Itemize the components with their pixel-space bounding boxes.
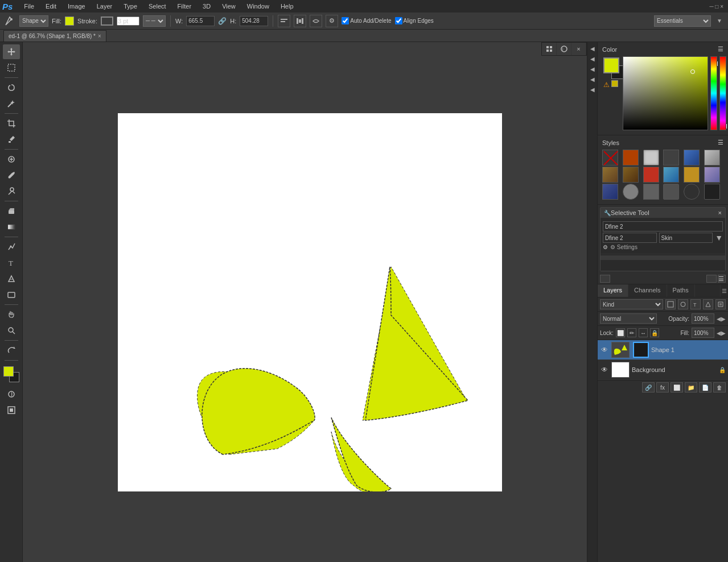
menu-type[interactable]: Type [121,3,139,10]
panel-close-btn[interactable]: × [571,43,586,55]
move-tool[interactable] [3,44,20,59]
lock-pixels-btn[interactable]: ⬜ [616,328,625,337]
menu-view[interactable]: View [220,3,238,10]
mini-btn-2[interactable]: i [557,43,571,55]
eraser-tool[interactable] [3,204,20,218]
fill-input[interactable] [692,328,714,338]
layers-link-btn[interactable]: 🔗 [642,382,655,392]
layer-mask-thumb-shape1[interactable] [633,342,649,358]
screen-mode-btn[interactable] [3,403,20,418]
style-swatch-3[interactable] [663,150,679,166]
layers-delete-btn[interactable]: 🗑 [713,382,726,392]
style-swatch-4[interactable] [684,150,700,166]
menu-edit[interactable]: Edit [43,3,59,10]
style-swatch-2[interactable] [643,150,659,166]
menu-select[interactable]: Select [146,3,168,10]
tab-channels[interactable]: Channels [628,284,667,297]
pen-tool[interactable] [3,239,20,254]
style-swatch-6[interactable] [602,167,618,183]
zoom-tool[interactable] [3,323,20,338]
style-swatch-13[interactable] [623,184,639,200]
opacity-scrubber-arrow[interactable]: ◀▶ [717,316,726,322]
mini-btn-1[interactable] [542,43,557,55]
color-gradient-picker[interactable] [623,56,708,130]
style-swatch-15[interactable] [663,184,679,200]
gamut-warning-swatch[interactable] [611,80,618,87]
panel-toggle-btn-2[interactable]: ◀ [589,55,597,63]
layers-smart-filter-btn[interactable] [715,299,726,309]
layer-eye-background[interactable]: 👁 [600,365,609,374]
color-gradient-canvas[interactable] [623,56,708,130]
hue-bar[interactable] [710,56,717,130]
style-swatch-12[interactable] [602,184,618,200]
fg-color-box[interactable] [603,57,619,73]
healing-brush-tool[interactable] [3,152,20,167]
clone-stamp-tool[interactable] [3,184,20,199]
selective-row2-input[interactable] [659,233,713,243]
style-swatch-10[interactable] [684,167,700,183]
selective-scrollbar[interactable] [601,255,725,260]
lock-all-btn[interactable]: 🔒 [650,328,659,337]
layers-panel-menu-btn[interactable]: ☰ [718,275,726,283]
panel-toggle-btn-5[interactable]: ◀ [589,85,597,93]
style-swatch-5[interactable] [704,150,720,166]
auto-add-delete-checkbox[interactable]: Auto Add/Delete [342,17,391,24]
selective-tool-close-btn[interactable]: × [718,209,722,216]
gear-icon[interactable]: ⚙ [326,15,338,27]
layers-mask-btn[interactable]: ⬜ [671,382,683,392]
brush-tool[interactable] [3,168,20,183]
layers-type-filter-btn[interactable]: T [690,299,701,309]
warp-btn[interactable] [310,15,322,27]
lasso-tool[interactable] [3,80,20,95]
tab-paths[interactable]: Paths [667,284,695,297]
style-swatch-11[interactable] [704,167,720,183]
layers-shape-filter-btn[interactable] [703,299,713,309]
menu-help[interactable]: Help [278,3,296,10]
style-swatch-17[interactable] [704,184,720,200]
layer-item-shape1[interactable]: 👁 Shape 1 [598,340,728,360]
align-edges-checkbox[interactable]: Align Edges [395,17,434,24]
document-tab[interactable]: ed-1 @ 66.7% (Shape 1, RGB/8) * × [3,30,106,42]
foreground-color-swatch[interactable] [3,366,14,377]
path-selection-tool[interactable] [3,271,20,286]
width-input[interactable] [186,16,215,26]
styles-panel-menu-icon[interactable]: ☰ [718,139,723,146]
stroke-color-swatch[interactable] [101,16,113,26]
menu-image[interactable]: Image [65,3,88,10]
layers-panel-collapse-btn[interactable] [600,275,610,283]
link-icon[interactable]: 🔗 [218,17,227,25]
distribute-btn[interactable] [294,15,306,27]
fill-scrubber[interactable]: ◀▶ [717,330,726,336]
layer-eye-shape1[interactable]: 👁 [600,345,609,354]
blend-mode-dropdown[interactable]: Normal [600,313,657,324]
layers-pixel-filter-btn[interactable] [665,299,676,309]
tab-close-btn[interactable]: × [98,33,101,39]
color-panel-menu-icon[interactable]: ☰ [718,46,723,53]
opacity-input[interactable] [692,313,714,324]
style-swatch-none[interactable] [602,150,618,166]
panel-toggle-btn-4[interactable]: ◀ [589,75,597,83]
style-swatch-8[interactable] [643,167,659,183]
saturation-bar[interactable] [719,56,726,130]
menu-window[interactable]: Window [245,3,272,10]
shape-tool[interactable] [3,287,20,302]
panel-toggle-btn-3[interactable]: ◀ [589,65,597,73]
menu-filter[interactable]: Filter [175,3,194,10]
color-panel-header[interactable]: Color ☰ [600,44,726,54]
quick-mask-btn[interactable] [3,387,20,402]
stroke-width-input[interactable] [117,16,139,26]
style-swatch-14[interactable] [643,184,659,200]
layers-panel-collapse-icon[interactable]: ☰ [720,284,728,297]
menu-3d[interactable]: 3D [200,3,213,10]
tab-layers[interactable]: Layers [598,284,628,297]
eyedropper-tool[interactable] [3,132,20,147]
menu-layer[interactable]: Layer [94,3,115,10]
menu-file[interactable]: File [22,3,36,10]
hand-tool[interactable] [3,307,20,322]
layers-panel-expand-btn[interactable] [706,275,717,283]
layers-adjustment-filter-btn[interactable] [678,299,688,309]
text-tool[interactable]: T [3,255,20,270]
align-left-btn[interactable] [278,15,290,27]
styles-panel-header[interactable]: Styles ☰ [600,138,726,147]
layers-kind-dropdown[interactable]: Kind [600,299,663,309]
